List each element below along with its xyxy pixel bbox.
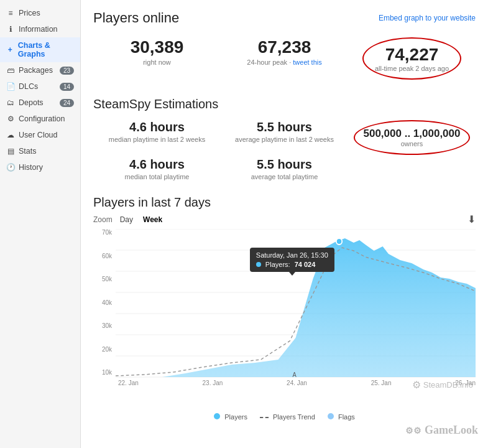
depots-badge: 24 bbox=[60, 99, 74, 107]
chart-icon: + bbox=[6, 45, 14, 54]
main-content: Players online Embed graph to your websi… bbox=[81, 0, 488, 448]
legend-trend: Players Trend bbox=[260, 413, 315, 421]
peak-24h-value: 67,238 bbox=[221, 37, 348, 57]
gamelook-text: GameLook bbox=[425, 424, 478, 436]
download-icon[interactable]: ⬇ bbox=[467, 213, 476, 225]
y-axis: 70k 60k 50k 40k 30k 20k 10k bbox=[93, 229, 116, 378]
right-now-label: right now bbox=[93, 58, 221, 66]
gamelook-watermark: ⚙⚙ GameLook bbox=[405, 424, 478, 437]
tooltip-date: Saturday, Jan 26, 15:30 bbox=[256, 251, 328, 259]
steamspy-title: SteamSpy Estimations bbox=[93, 97, 476, 111]
stat-24h-peak: 67,238 24-hour peak · tweet this bbox=[221, 37, 348, 66]
spy-avg-total: 5.5 hours average total playtime bbox=[221, 157, 348, 180]
sidebar-item-prices[interactable]: ≡ Prices bbox=[0, 5, 80, 21]
sidebar-item-configuration[interactable]: ⚙ Configuration bbox=[0, 111, 80, 127]
sidebar-item-usercloud[interactable]: ☁ User Cloud bbox=[0, 127, 80, 143]
steamspy-grid: 4.6 hours median playtime in last 2 week… bbox=[93, 120, 476, 180]
sidebar-item-stats[interactable]: ▤ Stats bbox=[0, 143, 80, 159]
legend-players: Players bbox=[214, 413, 247, 421]
spy-median-2w-label: median playtime in last 2 weeks bbox=[93, 136, 221, 143]
legend-trend-label: Players Trend bbox=[273, 413, 315, 421]
sidebar-item-label: Stats bbox=[19, 147, 37, 156]
alltime-peak-value: 74,227 bbox=[375, 45, 449, 65]
sidebar-item-label: DLCs bbox=[19, 82, 38, 91]
depots-icon: 🗂 bbox=[6, 98, 15, 107]
sidebar-item-label: Configuration bbox=[19, 114, 65, 123]
stat-right-now: 30,389 right now bbox=[93, 37, 221, 66]
right-now-value: 30,389 bbox=[93, 37, 221, 57]
spy-median-total-value: 4.6 hours bbox=[93, 157, 221, 172]
peak-24h-label: 24-hour peak · tweet this bbox=[221, 58, 348, 66]
packages-icon: 🗃 bbox=[6, 66, 15, 75]
spy-owners: 500,000 .. 1,000,000 owners bbox=[348, 120, 476, 157]
dlcs-badge: 14 bbox=[60, 83, 74, 91]
owners-circle: 500,000 .. 1,000,000 owners bbox=[354, 120, 471, 155]
legend-players-label: Players bbox=[224, 413, 247, 421]
zoom-day-btn[interactable]: Day bbox=[117, 215, 136, 225]
chart-title: Players in last 7 days bbox=[93, 195, 476, 210]
watermark: ⚙ SteamDB.info bbox=[412, 379, 473, 391]
gear-icon: ⚙ bbox=[412, 379, 421, 391]
spy-avg-2w-label: average playtime in last 2 weeks bbox=[221, 136, 348, 143]
page-title: Players online bbox=[93, 10, 179, 26]
spy-median-total-label: median total playtime bbox=[93, 173, 221, 180]
zoom-week-btn[interactable]: Week bbox=[140, 215, 165, 225]
spy-median-2w: 4.6 hours median playtime in last 2 week… bbox=[93, 120, 221, 143]
sidebar-item-packages[interactable]: 🗃 Packages 23 bbox=[0, 62, 80, 78]
alltime-peak-label: all-time peak 2 days ago bbox=[375, 65, 449, 72]
sidebar-item-information[interactable]: ℹ Information bbox=[0, 21, 80, 37]
sidebar-item-label: User Cloud bbox=[19, 131, 58, 139]
watermark-text: SteamDB.info bbox=[423, 380, 473, 390]
trend-dash bbox=[260, 417, 269, 418]
sidebar-item-label: Prices bbox=[19, 9, 40, 17]
chart-controls: Zoom Day Week ⬇ bbox=[93, 213, 476, 225]
chart-a-marker: A bbox=[293, 371, 297, 378]
sidebar-item-charts[interactable]: + Charts & Graphs bbox=[0, 37, 80, 62]
info-icon: ℹ bbox=[6, 25, 15, 34]
cloud-icon: ☁ bbox=[6, 131, 15, 139]
gamelook-gear-icon: ⚙⚙ bbox=[405, 426, 421, 436]
players-dot bbox=[214, 413, 220, 419]
embed-link[interactable]: Embed graph to your website bbox=[379, 14, 476, 22]
sidebar-item-history[interactable]: 🕐 History bbox=[0, 159, 80, 175]
spy-median-2w-value: 4.6 hours bbox=[93, 120, 221, 134]
sidebar-item-label: Packages bbox=[19, 66, 53, 75]
tooltip-dot bbox=[256, 262, 261, 267]
legend-flags-label: Flags bbox=[338, 413, 355, 421]
prices-icon: ≡ bbox=[6, 9, 15, 17]
flags-dot bbox=[328, 413, 334, 419]
sidebar-item-label: Depots bbox=[19, 98, 44, 107]
spy-avg-total-label: average total playtime bbox=[221, 173, 348, 180]
spy-avg-2w: 5.5 hours average playtime in last 2 wee… bbox=[221, 120, 348, 143]
sidebar-item-label: History bbox=[19, 163, 43, 172]
chart-container: Saturday, Jan 26, 15:30 Players: 74 024 … bbox=[93, 229, 476, 409]
stats-icon: ▤ bbox=[6, 147, 15, 156]
legend-flags: Flags bbox=[328, 413, 355, 421]
tooltip-label: Players: bbox=[265, 261, 290, 268]
stat-alltime-peak: 74,227 all-time peak 2 days ago bbox=[348, 37, 476, 82]
header-row: Players online Embed graph to your websi… bbox=[93, 10, 476, 26]
owners-value: 500,000 .. 1,000,000 bbox=[364, 128, 461, 140]
tooltip-anchor-dot bbox=[336, 238, 342, 245]
alltime-circle: 74,227 all-time peak 2 days ago bbox=[362, 37, 461, 80]
chart-tooltip: Saturday, Jan 26, 15:30 Players: 74 024 bbox=[250, 248, 334, 272]
spy-avg-2w-value: 5.5 hours bbox=[221, 120, 348, 134]
sidebar-item-dlcs[interactable]: 📄 DLCs 14 bbox=[0, 78, 80, 95]
sidebar-item-label: Information bbox=[19, 25, 58, 34]
spy-median-total: 4.6 hours median total playtime bbox=[93, 157, 221, 180]
packages-badge: 23 bbox=[60, 67, 74, 75]
history-icon: 🕐 bbox=[6, 163, 15, 172]
sidebar-item-label: Charts & Graphs bbox=[18, 41, 74, 58]
config-icon: ⚙ bbox=[6, 114, 15, 123]
chart-legend: Players Players Trend Flags bbox=[93, 413, 476, 421]
owners-label: owners bbox=[364, 140, 461, 147]
tooltip-value-row: Players: 74 024 bbox=[256, 261, 328, 268]
tooltip-value: 74 024 bbox=[295, 261, 316, 268]
tweet-link[interactable]: tweet this bbox=[293, 58, 321, 66]
stats-row: 30,389 right now 67,238 24-hour peak · t… bbox=[93, 37, 476, 82]
sidebar: ≡ Prices ℹ Information + Charts & Graphs… bbox=[0, 0, 81, 448]
sidebar-item-depots[interactable]: 🗂 Depots 24 bbox=[0, 95, 80, 111]
spy-avg-total-value: 5.5 hours bbox=[221, 157, 348, 172]
dlc-icon: 📄 bbox=[6, 82, 15, 91]
zoom-label: Zoom bbox=[93, 215, 113, 224]
